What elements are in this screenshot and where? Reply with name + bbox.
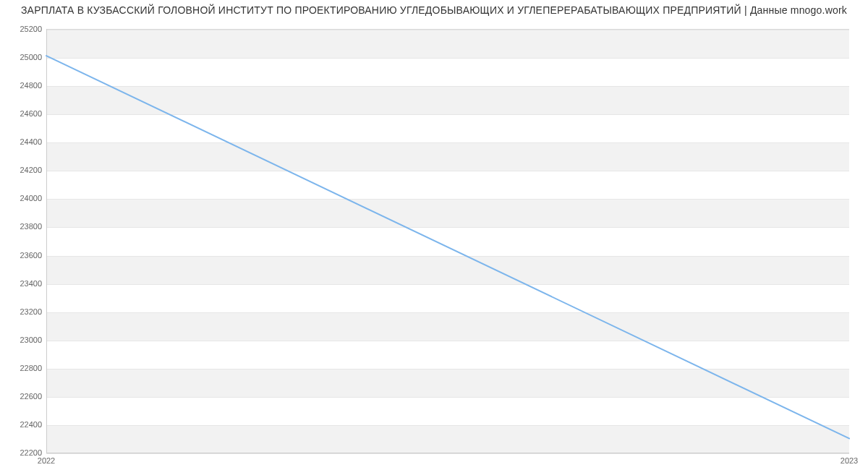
chart-title: ЗАРПЛАТА В КУЗБАССКИЙ ГОЛОВНОЙ ИНСТИТУТ … xyxy=(0,4,868,16)
x-tick-label: 2022 xyxy=(38,456,55,465)
y-tick-label: 22800 xyxy=(4,364,42,372)
y-tick-label: 23600 xyxy=(4,251,42,260)
y-tick-label: 24200 xyxy=(4,166,42,174)
y-tick-label: 24000 xyxy=(4,194,42,202)
x-axis xyxy=(46,453,849,453)
y-tick-label: 22400 xyxy=(4,420,42,429)
chart-container: ЗАРПЛАТА В КУЗБАССКИЙ ГОЛОВНОЙ ИНСТИТУТ … xyxy=(0,0,868,470)
y-tick-label: 22600 xyxy=(4,392,42,401)
y-tick-label: 24600 xyxy=(4,109,42,118)
y-tick-label: 23000 xyxy=(4,336,42,344)
gridline xyxy=(46,453,849,454)
y-tick-label: 25000 xyxy=(4,53,42,61)
y-tick-label: 23400 xyxy=(4,279,42,288)
y-tick-label: 24400 xyxy=(4,137,42,146)
x-tick-label: 2023 xyxy=(841,456,858,465)
y-tick-label: 25200 xyxy=(4,25,42,33)
y-tick-label: 24800 xyxy=(4,81,42,90)
y-tick-label: 22200 xyxy=(4,448,42,457)
line-series xyxy=(46,29,849,453)
y-tick-label: 23200 xyxy=(4,307,42,316)
y-tick-label: 23800 xyxy=(4,222,42,231)
